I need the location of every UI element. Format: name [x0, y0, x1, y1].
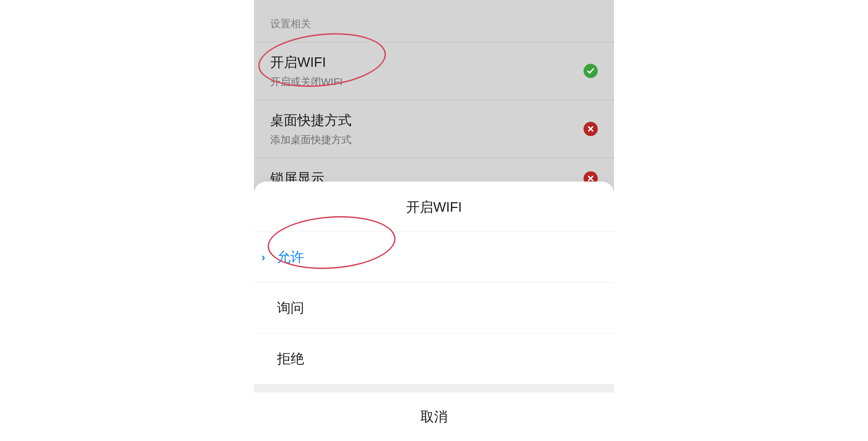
option-label: 拒绝 [277, 349, 304, 368]
phone-viewport: 设置相关 开启WIFI 开启或关闭WIFI 桌面快捷方式 添加桌面快捷方式 [254, 0, 614, 441]
page-wrapper: 设置相关 开启WIFI 开启或关闭WIFI 桌面快捷方式 添加桌面快捷方式 [0, 0, 868, 441]
section-header: 设置相关 [254, 0, 614, 42]
option-allow[interactable]: › 允许 [254, 232, 614, 283]
cancel-button[interactable]: 取消 [254, 392, 614, 441]
option-ask[interactable]: 询问 [254, 283, 614, 333]
option-deny[interactable]: 拒绝 [254, 333, 614, 384]
action-sheet: 开启WIFI › 允许 询问 拒绝 取消 [254, 181, 614, 441]
check-icon [584, 64, 598, 78]
chevron-right-icon: › [261, 250, 265, 264]
settings-row-shortcut[interactable]: 桌面快捷方式 添加桌面快捷方式 [254, 100, 614, 158]
action-sheet-title: 开启WIFI [254, 181, 614, 232]
settings-row-text: 桌面快捷方式 添加桌面快捷方式 [270, 111, 352, 147]
option-label: 询问 [277, 299, 304, 317]
settings-row-wifi[interactable]: 开启WIFI 开启或关闭WIFI [254, 42, 614, 100]
settings-row-text: 开启WIFI 开启或关闭WIFI [270, 53, 342, 89]
settings-row-title: 开启WIFI [270, 53, 342, 72]
cross-icon [584, 122, 598, 136]
settings-row-subtitle: 添加桌面快捷方式 [270, 133, 352, 147]
option-label: 允许 [277, 248, 304, 266]
settings-list: 设置相关 开启WIFI 开启或关闭WIFI 桌面快捷方式 添加桌面快捷方式 [254, 0, 614, 199]
sheet-spacer [254, 384, 614, 392]
settings-row-title: 桌面快捷方式 [270, 111, 352, 130]
settings-row-subtitle: 开启或关闭WIFI [270, 75, 342, 89]
